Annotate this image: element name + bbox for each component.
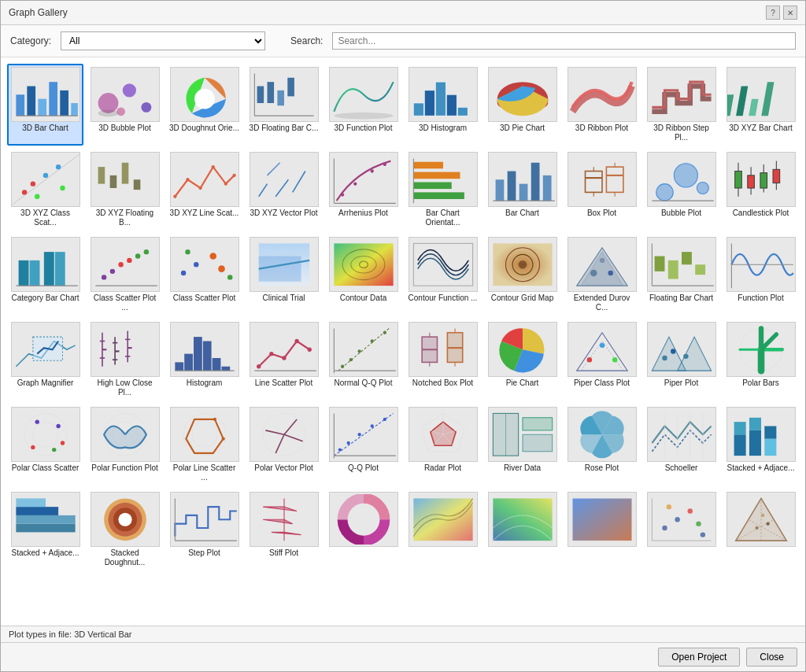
svg-rect-225 (523, 418, 553, 430)
gallery-thumb (250, 492, 319, 547)
gallery-item[interactable]: Rose Plot (564, 404, 640, 486)
gallery-item[interactable]: Candlestick Plot (723, 149, 799, 231)
svg-point-161 (349, 358, 352, 361)
svg-rect-235 (749, 430, 760, 456)
gallery-item[interactable] (484, 489, 560, 570)
gallery-item[interactable]: Arrhenius Plot (325, 149, 401, 231)
gallery-item[interactable]: Stacked + Adjace... (723, 404, 799, 486)
gallery-item[interactable]: Floating Bar Chart (643, 234, 719, 316)
gallery-item[interactable] (723, 489, 799, 570)
gallery-thumb (409, 237, 478, 292)
svg-rect-66 (542, 175, 551, 201)
gallery-item[interactable]: 3D XYZ Vector Plot (246, 149, 322, 231)
gallery-item[interactable]: Schoeller (643, 404, 719, 486)
gallery-item[interactable]: Bar Chart Orientat... (405, 149, 481, 231)
gallery-item[interactable]: 3D Bar Chart (7, 64, 83, 146)
gallery-item[interactable] (405, 489, 481, 570)
gallery-item[interactable]: Box Plot (564, 149, 640, 231)
gallery-item[interactable]: Category Bar Chart (7, 234, 83, 316)
gallery-item[interactable]: Pie Chart (484, 319, 560, 401)
gallery-item-label: Stacked Doughnut... (90, 548, 160, 567)
close-button[interactable]: ✕ (783, 6, 797, 20)
gallery-item[interactable]: Q-Q Plot (325, 404, 401, 486)
search-input[interactable] (332, 32, 796, 50)
gallery-item[interactable]: Class Scatter Plot ... (87, 234, 163, 316)
gallery-item[interactable]: Piper Plot (643, 319, 719, 401)
gallery-thumb (727, 407, 796, 462)
help-button[interactable]: ? (766, 6, 780, 20)
gallery-item[interactable]: Normal Q-Q Plot (325, 319, 401, 401)
gallery-item[interactable]: River Data (484, 404, 560, 486)
gallery-item[interactable]: Notched Box Plot (405, 319, 481, 401)
gallery-item[interactable]: Clinical Trial (246, 234, 322, 316)
close-button[interactable]: Close (746, 648, 797, 666)
gallery-item[interactable]: Piper Class Plot (564, 319, 640, 401)
gallery-item[interactable]: 3D Bubble Plot (87, 64, 163, 146)
gallery-item[interactable]: Function Plot (723, 234, 799, 316)
gallery-item[interactable] (643, 489, 719, 570)
svg-rect-241 (16, 507, 58, 515)
gallery-item[interactable]: Polar Bars (723, 319, 799, 401)
gallery-item[interactable]: 3D Doughnut Orie... (166, 64, 242, 146)
gallery-item[interactable]: 3D XYZ Floating B... (87, 149, 163, 231)
gallery-item-label: 3D Ribbon Plot (575, 124, 628, 133)
gallery-item[interactable]: Polar Line Scatter ... (166, 404, 242, 486)
gallery-item-label: 3D XYZ Line Scat... (170, 209, 239, 218)
window-title: Graph Gallery (9, 7, 68, 18)
gallery-item-label: Bubble Plot (661, 209, 701, 218)
gallery-item[interactable]: Contour Function ... (405, 234, 481, 316)
svg-point-154 (269, 352, 273, 356)
svg-rect-3 (49, 82, 57, 116)
gallery-item[interactable]: 3D Pie Chart (484, 64, 560, 146)
svg-point-197 (52, 448, 56, 452)
gallery-item[interactable]: 3D Floating Bar C... (246, 64, 322, 146)
svg-point-160 (340, 364, 343, 367)
gallery-item[interactable]: Polar Vector Plot (246, 404, 322, 486)
gallery-item[interactable]: 3D XYZ Bar Chart (723, 64, 799, 146)
gallery-item[interactable]: Radar Plot (405, 404, 481, 486)
gallery-item[interactable]: 3D XYZ Line Scat... (166, 149, 242, 231)
svg-rect-15 (277, 90, 284, 105)
svg-point-34 (60, 186, 65, 190)
gallery-item[interactable]: Polar Function Plot (87, 404, 163, 486)
svg-point-183 (683, 353, 688, 358)
gallery-item[interactable]: Class Scatter Plot (166, 234, 242, 316)
open-project-button[interactable]: Open Project (658, 648, 740, 666)
gallery-item[interactable]: 3D Function Plot (325, 64, 401, 146)
gallery-item[interactable]: Contour Grid Map (484, 234, 560, 316)
gallery-item[interactable]: High Low Close Pl... (87, 319, 163, 401)
gallery-item-label: Bar Chart Orientat... (408, 209, 478, 227)
gallery-item[interactable]: Step Plot (166, 489, 242, 570)
svg-point-193 (56, 424, 60, 428)
gallery-item[interactable]: Graph Magnifier (7, 319, 83, 401)
svg-point-19 (334, 113, 393, 120)
gallery-item[interactable]: Bubble Plot (643, 149, 719, 231)
gallery-item[interactable]: 3D Histogram (405, 64, 481, 146)
gallery-item[interactable]: 3D Ribbon Plot (564, 64, 640, 146)
gallery-item[interactable]: Stacked + Adjace... (7, 489, 83, 570)
gallery-thumb (170, 152, 239, 207)
gallery-item[interactable]: Stiff Plot (246, 489, 322, 570)
svg-rect-63 (507, 171, 516, 201)
svg-point-153 (257, 364, 261, 368)
gallery-item[interactable]: Polar Class Scatter (7, 404, 83, 486)
gallery-item-label: 3D Doughnut Orie... (169, 124, 239, 133)
gallery-item[interactable]: Extended Durov C... (564, 234, 640, 316)
gallery-grid: 3D Bar Chart 3D Bubble Plot 3D Doughnut … (7, 64, 799, 570)
category-select[interactable]: All (61, 31, 265, 50)
gallery-item-label: Normal Q-Q Plot (335, 378, 393, 388)
gallery-item-label: River Data (504, 463, 541, 473)
gallery-item[interactable]: 3D XYZ Class Scat... (7, 149, 83, 231)
gallery-item[interactable]: 3D Ribbon Step Pl... (643, 64, 719, 146)
gallery-item-label: Category Bar Chart (11, 294, 79, 303)
gallery-item[interactable]: Bar Chart (484, 149, 560, 231)
gallery-item[interactable]: Line Scatter Plot (246, 319, 322, 401)
gallery-container[interactable]: 3D Bar Chart 3D Bubble Plot 3D Doughnut … (1, 57, 805, 626)
gallery-item[interactable] (325, 489, 401, 570)
gallery-item[interactable]: Stacked Doughnut... (87, 489, 163, 570)
gallery-item-label: Bar Chart (505, 209, 539, 218)
gallery-item[interactable]: Histogram (166, 319, 242, 401)
gallery-item[interactable] (564, 489, 640, 570)
gallery-item[interactable]: Contour Data (325, 234, 401, 316)
gallery-thumb (488, 237, 557, 292)
